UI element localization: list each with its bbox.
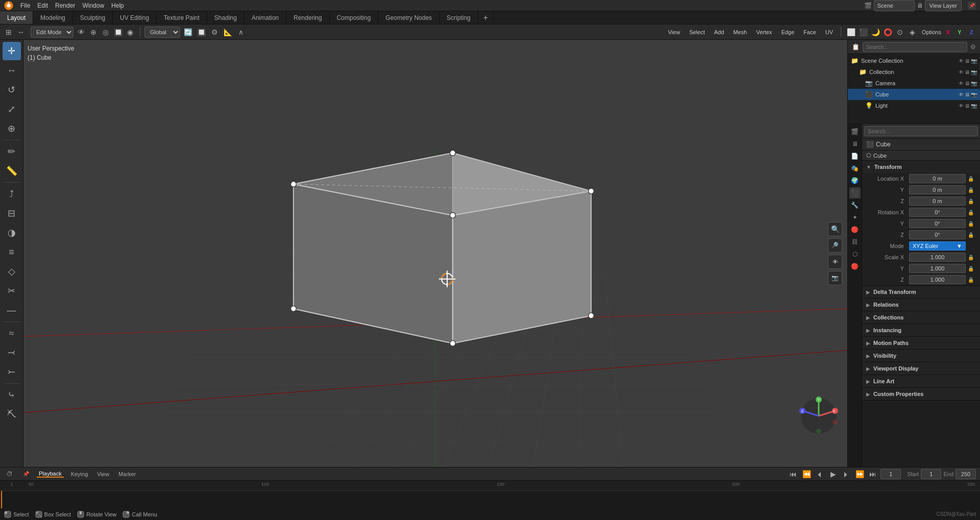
tab-compositing[interactable]: Compositing — [330, 11, 379, 24]
tool-bevel[interactable]: ◑ — [3, 224, 21, 242]
location-y-lock[interactable]: 🔒 — [968, 187, 976, 193]
overlay-btn[interactable]: ◎ — [100, 27, 111, 38]
cam-render-icon[interactable]: 📷 — [971, 81, 977, 86]
cube-render-icon[interactable]: 📷 — [971, 92, 977, 97]
tool-transform[interactable]: ⊕ — [3, 119, 21, 138]
menu-window[interactable]: Window — [82, 2, 104, 9]
prev-keyframe-btn[interactable]: ⏴ — [814, 468, 825, 480]
location-x-field[interactable]: 0 m — [909, 174, 966, 183]
custom-properties-header[interactable]: ▶ Custom Properties — [862, 388, 980, 400]
tab-geometry-nodes[interactable]: Geometry Nodes — [378, 11, 439, 24]
transform-orientation-select[interactable]: Global — [144, 27, 180, 38]
snap-toggle-btn[interactable]: 🔲 — [195, 27, 207, 38]
rotation-z-lock[interactable]: 🔒 — [968, 232, 976, 238]
light-viewport-icon[interactable]: 🖥 — [965, 103, 970, 109]
rotation-x-field[interactable]: 0° — [909, 208, 966, 217]
jump-start-btn[interactable]: ⏮ — [788, 468, 799, 480]
mode-selector[interactable]: Edit Mode — [31, 27, 74, 38]
menu-mesh-btn[interactable]: Mesh — [730, 27, 751, 38]
tool-inset[interactable]: ⊟ — [3, 204, 21, 222]
line-art-header[interactable]: ▶ Line Art — [862, 375, 980, 387]
x-constraint-btn[interactable]: X — [942, 27, 953, 38]
rotation-y-lock[interactable]: 🔒 — [968, 221, 976, 227]
viewport-shading-wire[interactable]: ⬜ — [845, 27, 856, 38]
tool-scale[interactable]: ⤢ — [3, 100, 21, 118]
props-tab-scene[interactable]: 🎭 — [849, 163, 861, 174]
light-render-icon[interactable]: 📷 — [971, 103, 977, 109]
visibility-header[interactable]: ▶ Visibility — [862, 350, 980, 362]
tab-sculpting[interactable]: Sculpting — [73, 11, 113, 24]
current-frame-input[interactable] — [880, 469, 901, 479]
scale-y-field[interactable]: 1.000 — [909, 264, 966, 273]
viewport-shading-solid[interactable]: ⬛ — [857, 27, 869, 38]
cam-viewport-icon[interactable]: 🖥 — [965, 81, 970, 86]
timeline-track[interactable] — [0, 491, 980, 508]
tool-move[interactable]: ↔ — [3, 61, 21, 80]
col-viewport-icon[interactable]: 🖥 — [965, 69, 970, 75]
tab-animation[interactable]: Animation — [244, 11, 286, 24]
render-icon[interactable]: 📷 — [971, 58, 977, 64]
menu-render[interactable]: Render — [55, 2, 75, 9]
scale-x-field[interactable]: 1.000 — [909, 253, 966, 262]
cam-visibility-icon[interactable]: 👁 — [959, 81, 964, 86]
menu-file[interactable]: File — [20, 2, 30, 9]
zoom-out-btn[interactable]: 🔎 — [828, 238, 842, 253]
col-render-icon[interactable]: 📷 — [971, 69, 977, 75]
menu-edge-btn[interactable]: Edge — [778, 27, 798, 38]
tool-shrink-fatten[interactable]: ⤚ — [3, 363, 21, 381]
timeline-tab-marker[interactable]: Marker — [116, 471, 138, 477]
props-tab-material[interactable]: 🔴 — [849, 261, 861, 272]
tab-add[interactable]: + — [478, 11, 494, 24]
snap-settings-btn[interactable]: ⚙ — [209, 27, 220, 38]
menu-face-btn[interactable]: Face — [800, 27, 819, 38]
viewport-overlay-toggle[interactable]: ⊙ — [894, 27, 905, 38]
pivot-point-btn[interactable]: 🔄 — [182, 27, 193, 38]
tool-bisect[interactable]: — — [3, 301, 21, 319]
props-search-input[interactable] — [864, 126, 978, 136]
blender-logo[interactable] — [4, 1, 13, 10]
view-front-btn[interactable]: 👁 — [828, 255, 842, 269]
rotation-mode-field[interactable]: XYZ Euler ▼ — [909, 241, 966, 251]
outliner-light[interactable]: 💡 Light 👁 🖥 📷 — [848, 100, 980, 111]
end-frame-input[interactable] — [955, 469, 976, 479]
tool-measure[interactable]: 📏 — [3, 162, 21, 180]
viewport-shading-lpe[interactable]: 🌙 — [870, 27, 881, 38]
camera-view-btn[interactable]: 📷 — [828, 271, 842, 285]
tool-rotate[interactable]: ↺ — [3, 81, 21, 99]
rotation-x-lock[interactable]: 🔒 — [968, 210, 976, 215]
tool-loop-cut[interactable]: ≡ — [3, 243, 21, 261]
tab-rendering[interactable]: Rendering — [286, 11, 329, 24]
outliner-filter-btn[interactable]: ⚙ — [970, 43, 976, 51]
tab-uv-editing[interactable]: UV Editing — [113, 11, 157, 24]
tool-cursor[interactable]: ✛ — [3, 42, 21, 60]
gizmo-btn[interactable]: ⊕ — [88, 27, 99, 38]
timeline-tab-playback[interactable]: Playback — [37, 471, 64, 478]
tool-edge-slide[interactable]: ⤙ — [3, 343, 21, 362]
props-tab-data[interactable]: ⬡ — [849, 249, 861, 260]
props-tab-world[interactable]: 🌍 — [849, 175, 861, 186]
tab-shading[interactable]: Shading — [207, 11, 244, 24]
proportional-falloff-btn[interactable]: 📐 — [222, 27, 233, 38]
delta-transform-header[interactable]: ▶ Delta Transform — [862, 286, 980, 298]
pin-icon[interactable]: 📌 — [968, 2, 976, 10]
menu-add-btn[interactable]: Add — [710, 27, 728, 38]
rotation-z-field[interactable]: 0° — [909, 230, 966, 239]
prev-frame-btn[interactable]: ⏪ — [801, 468, 812, 480]
zoom-in-btn[interactable]: 🔍 — [828, 222, 842, 236]
snap-btn[interactable]: 🔲 — [112, 27, 124, 38]
mask-btn[interactable]: ∧ — [235, 27, 247, 38]
props-tab-render[interactable]: 🎬 — [849, 126, 861, 137]
location-z-field[interactable]: 0 m — [909, 196, 966, 206]
tab-scripting[interactable]: Scripting — [439, 11, 478, 24]
viewport-shading-render[interactable]: ⭕ — [882, 27, 893, 38]
relations-header[interactable]: ▶ Relations — [862, 299, 980, 311]
light-visibility-icon[interactable]: 👁 — [959, 103, 964, 109]
col-visibility-icon[interactable]: 👁 — [959, 69, 964, 75]
outliner-cube[interactable]: ⬛ Cube 👁 🖥 📷 — [848, 89, 980, 100]
scale-z-lock[interactable]: 🔒 — [968, 277, 976, 283]
tool-knife[interactable]: ✂ — [3, 282, 21, 300]
scale-z-field[interactable]: 1.000 — [909, 275, 966, 284]
props-tab-view-layer[interactable]: 📄 — [849, 151, 861, 162]
visibility-icon[interactable]: 👁 — [959, 58, 964, 64]
play-btn[interactable]: ▶ — [827, 468, 839, 480]
